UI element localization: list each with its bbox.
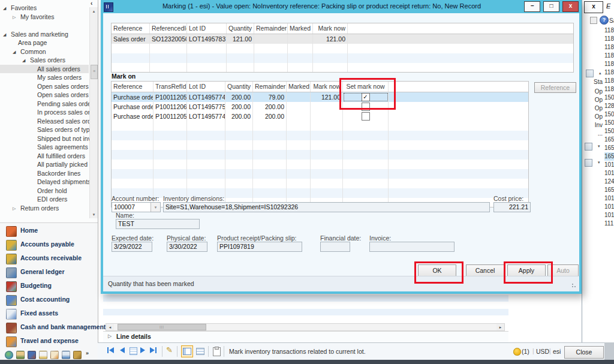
grid-cell[interactable] — [187, 44, 227, 53]
grid-cell[interactable]: Purchase order — [112, 102, 154, 112]
scroll-up-icon[interactable]: ▴ — [599, 70, 601, 77]
node-collapsed-icon[interactable]: ▷ — [13, 13, 16, 22]
grid-cell[interactable] — [287, 179, 311, 188]
grid-cell[interactable] — [225, 179, 253, 188]
expander-icon[interactable]: ▷ — [108, 333, 112, 339]
background-status-value[interactable]: ... — [586, 130, 603, 138]
line-details-expander[interactable]: ▷ Line details — [103, 331, 508, 342]
grid-cell[interactable] — [288, 44, 313, 53]
grid-cell[interactable] — [225, 121, 253, 131]
column-header[interactable]: Quantity — [225, 82, 253, 92]
grid-cell[interactable] — [253, 131, 287, 140]
background-grid-value[interactable]: 118 — [604, 68, 614, 77]
module-item-general-ledger[interactable]: General ledger — [0, 266, 98, 279]
grid-cell[interactable] — [343, 150, 389, 160]
grid-cell[interactable] — [253, 188, 287, 198]
grid-cell[interactable] — [287, 92, 311, 102]
users-icon[interactable] — [28, 351, 36, 359]
grid-cell[interactable] — [253, 179, 287, 188]
help-icon[interactable]: ? — [600, 16, 609, 25]
grid-row[interactable]: Sales orderSO12320050LOT14957837121.0012… — [112, 34, 573, 44]
grid-cell[interactable] — [112, 160, 154, 169]
close-window-button[interactable]: x — [562, 1, 579, 12]
tree-item[interactable]: Order hold — [0, 186, 89, 195]
apply-button[interactable]: Apply — [507, 264, 546, 277]
grid-cell[interactable] — [288, 34, 313, 44]
grid-cell[interactable] — [150, 53, 187, 63]
grid-cell[interactable] — [187, 179, 225, 188]
tree-item[interactable]: Open sales orders — [0, 82, 89, 91]
tree-item[interactable]: ◢Sales and marketing — [0, 30, 89, 38]
background-grid-value[interactable]: 150 — [604, 119, 614, 127]
tree-item[interactable]: All partially picked orders — [0, 160, 89, 169]
grid-cell[interactable] — [227, 63, 254, 73]
minimize-button[interactable]: – — [524, 1, 540, 12]
cancel-button[interactable]: Cancel — [466, 264, 504, 277]
grid-cell[interactable] — [187, 63, 227, 73]
name-field[interactable]: TEST — [116, 219, 200, 229]
cost-price-field[interactable]: 221.21 — [493, 202, 531, 212]
inventory-dimensions-field[interactable]: Site=S1,Warehouse=18,Shipment=IS10292326 — [163, 202, 490, 212]
background-grid-value[interactable]: 118 — [604, 85, 614, 94]
grid-cell[interactable] — [112, 63, 150, 73]
grid-cell[interactable]: 200.00 — [225, 102, 253, 112]
grid-cell[interactable] — [287, 102, 311, 112]
grid-cell[interactable] — [154, 169, 187, 179]
background-grid-value[interactable]: 124 — [604, 178, 614, 186]
maximize-button[interactable]: □ — [543, 1, 559, 12]
background-grid-value[interactable]: 118 — [604, 43, 614, 52]
expected-date-field[interactable]: 3/29/2022 — [112, 242, 152, 252]
tree-item[interactable]: Open sales orders for custo... — [0, 91, 89, 99]
grid-cell[interactable] — [225, 188, 253, 198]
tree-item[interactable]: Area page — [0, 38, 89, 47]
tree-item[interactable] — [0, 21, 89, 29]
grid-cell[interactable]: 200.00 — [253, 102, 287, 112]
grid-cell[interactable] — [311, 188, 343, 198]
grid-cell[interactable]: ✓ — [343, 92, 389, 102]
column-header[interactable]: Marked — [288, 23, 313, 34]
module-item-budgeting[interactable]: Budgeting — [0, 279, 98, 293]
tree-item[interactable]: Pending sales orders — [0, 100, 89, 108]
list-view-button[interactable] — [194, 345, 206, 357]
last-record-button[interactable] — [150, 347, 156, 353]
grid-cell[interactable] — [187, 169, 225, 179]
grid-cell[interactable]: P100112056 — [154, 92, 187, 102]
grid-cell[interactable] — [112, 131, 154, 140]
module-item-cost-accounting[interactable]: Cost accounting — [0, 293, 98, 307]
chevron-down-icon[interactable]: ▾ — [598, 143, 600, 150]
grid-cell[interactable] — [225, 150, 253, 160]
grid-cell[interactable] — [253, 150, 287, 160]
scroll-thumb[interactable]: ||| — [118, 324, 206, 330]
grid-row[interactable] — [112, 53, 573, 63]
resize-grip[interactable] — [572, 284, 577, 288]
background-grid-value[interactable]: 150 — [604, 110, 614, 119]
set-mark-now-checkbox[interactable] — [362, 103, 370, 111]
physical-date-field[interactable]: 3/30/2022 — [167, 242, 207, 252]
column-header[interactable]: ReferencedId — [150, 23, 187, 34]
grid-cell[interactable] — [343, 188, 389, 198]
collapse-pane-icon[interactable]: ‹ — [91, 0, 92, 7]
grid-cell[interactable] — [187, 121, 225, 131]
grid-cell[interactable] — [311, 121, 343, 131]
background-status-value[interactable]: Op — [586, 88, 603, 96]
grid-cell[interactable] — [287, 169, 311, 179]
background-status-value[interactable]: Op — [586, 96, 603, 104]
grid-cell[interactable] — [311, 160, 343, 169]
tree-item[interactable]: All sales orders — [0, 65, 89, 73]
report-icon[interactable] — [62, 351, 70, 359]
grid-cell[interactable] — [311, 102, 343, 112]
column-header[interactable]: Quantity — [227, 23, 254, 34]
grid-cell[interactable] — [253, 140, 287, 150]
background-grid-value[interactable]: 118 — [604, 35, 614, 43]
module-item-cash-and-bank-management[interactable]: Cash and bank management — [0, 321, 98, 335]
grid-cell[interactable]: P100112060 — [154, 102, 187, 112]
grid-cell[interactable] — [154, 140, 187, 150]
tree-item[interactable]: EDI orders — [0, 195, 89, 203]
grid-cell[interactable] — [287, 188, 311, 198]
grid-cell[interactable] — [313, 63, 348, 73]
set-mark-now-checkbox[interactable] — [362, 112, 370, 121]
node-expanded-icon[interactable]: ◢ — [22, 56, 25, 65]
tree-item[interactable]: Delayed shipments — [0, 178, 89, 186]
grid-cell[interactable] — [254, 63, 288, 73]
grid-cell[interactable] — [343, 131, 389, 140]
